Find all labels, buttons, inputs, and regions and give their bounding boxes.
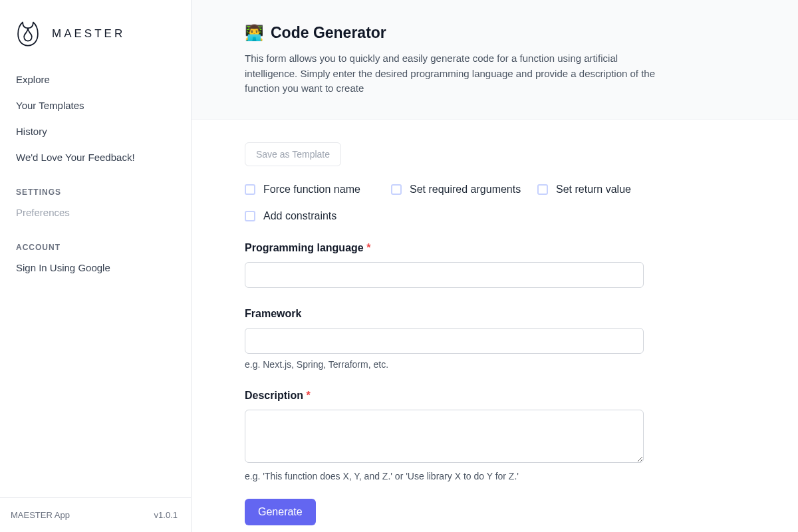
footer-version: v1.0.1 [154, 510, 178, 520]
field-label-text: Description [245, 390, 303, 401]
required-mark: * [306, 390, 310, 401]
framework-input[interactable] [245, 328, 644, 354]
required-mark: * [366, 242, 370, 253]
field-description: Description * e.g. 'This function does X… [245, 390, 745, 481]
brand-name: MAESTER [52, 27, 125, 41]
field-label: Programming language * [245, 242, 370, 253]
checkbox-label: Force function name [263, 184, 360, 196]
field-label: Description * [245, 390, 311, 401]
nav-item-feedback[interactable]: We'd Love Your Feedback! [16, 144, 175, 170]
checkbox-set-required-arguments[interactable]: Set required arguments [391, 184, 537, 196]
checkbox-label: Add constraints [263, 210, 336, 222]
checkbox-label: Set required arguments [410, 184, 521, 196]
checkbox-set-return-value[interactable]: Set return value [537, 184, 684, 196]
nav-item-templates[interactable]: Your Templates [16, 92, 175, 118]
checkbox-icon [245, 211, 255, 221]
save-template-button[interactable]: Save as Template [245, 142, 341, 166]
hero-emoji-icon: 👨‍💻 [245, 24, 264, 42]
checkbox-icon [391, 184, 402, 195]
brand-logo-icon [16, 20, 40, 48]
checkbox-force-function-name[interactable]: Force function name [245, 184, 391, 196]
sidebar: MAESTER Explore Your Templates History W… [0, 0, 192, 532]
checkbox-label: Set return value [556, 184, 631, 196]
nav-item-signin-google[interactable]: Sign In Using Google [16, 255, 175, 281]
checkbox-icon [537, 184, 548, 195]
field-hint: e.g. Next.js, Spring, Terraform, etc. [245, 359, 745, 370]
checkbox-icon [245, 184, 255, 195]
hero: 👨‍💻 Code Generator This form allows you … [192, 0, 798, 120]
option-checkboxes: Force function name Set required argumen… [245, 184, 745, 222]
section-heading-settings: SETTINGS [0, 170, 191, 200]
nav-item-history[interactable]: History [16, 118, 175, 144]
nav-item-explore[interactable]: Explore [16, 66, 175, 92]
description-input[interactable] [245, 410, 644, 463]
page-description: This form allows you to quickly and easi… [245, 51, 657, 96]
nav-account: Sign In Using Google [0, 255, 191, 281]
nav-primary: Explore Your Templates History We'd Love… [0, 66, 191, 170]
main-content: 👨‍💻 Code Generator This form allows you … [192, 0, 798, 532]
field-label-text: Programming language [245, 242, 364, 253]
brand[interactable]: MAESTER [0, 0, 191, 66]
footer-app-name: MAESTER App [11, 510, 70, 520]
field-label: Framework [245, 308, 301, 319]
field-hint: e.g. 'This function does X, Y, and Z.' o… [245, 471, 745, 481]
field-framework: Framework e.g. Next.js, Spring, Terrafor… [245, 308, 745, 370]
nav-settings: Preferences [0, 200, 191, 225]
section-heading-account: ACCOUNT [0, 225, 191, 255]
page-title: 👨‍💻 Code Generator [245, 24, 745, 42]
generate-button[interactable]: Generate [245, 499, 316, 525]
programming-language-input[interactable] [245, 262, 644, 288]
field-programming-language: Programming language * [245, 242, 745, 288]
form: Save as Template Force function name Set… [192, 120, 798, 533]
hero-title-text: Code Generator [271, 24, 386, 42]
nav-item-preferences: Preferences [16, 200, 175, 225]
checkbox-add-constraints[interactable]: Add constraints [245, 210, 391, 222]
sidebar-footer: MAESTER App v1.0.1 [0, 497, 191, 532]
